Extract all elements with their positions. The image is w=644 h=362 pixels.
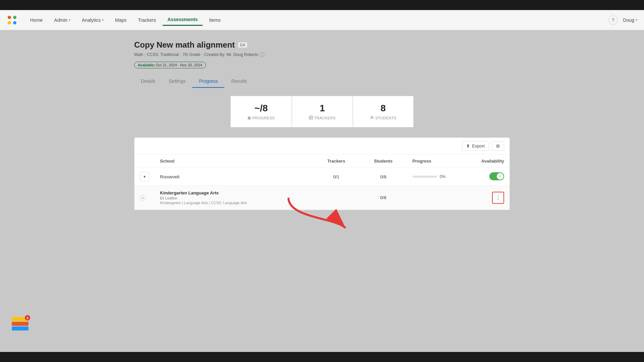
svg-point-1 [13,16,16,19]
nav-item-admin[interactable]: Admin ▾ [49,15,75,25]
stat-label-progress: ▦ PROGRESS [248,116,275,120]
export-button[interactable]: ⬆ Export [462,141,489,151]
table-row: ▾ Roosevelt 0/1 0/8 0% [135,168,509,186]
availability-toggle[interactable]: ✓ [489,172,504,180]
three-dots-menu-button[interactable]: ⋮ [492,192,504,204]
col-expand [135,155,155,168]
svg-rect-11 [12,322,29,326]
top-bar [0,0,644,10]
availability-dates: Oct 21, 2024 - Nov 20, 2024 [156,63,202,67]
tab-settings[interactable]: Settings [162,75,193,88]
expand-cell: ▾ [135,168,155,186]
stat-card-progress: ~/8 ▦ PROGRESS [230,96,292,127]
user-name: Doug [623,17,634,23]
table-container: ⬆ Export ⊞ School Trackers Students Prog… [134,137,510,210]
col-progress: Progress [407,155,455,168]
nav-items: Home Admin ▾ Analytics ▾ Maps Trackers A… [25,14,608,26]
nav-logo[interactable] [7,15,19,25]
table-toolbar: ⬆ Export ⊞ [135,138,509,155]
sub-row-details: Kindergarten | Language Arts | CCSS: Lan… [160,201,308,205]
school-cell: Roosevelt [155,168,313,186]
view-toggle-button[interactable]: ⊞ [492,141,504,151]
bottom-bar [0,352,644,362]
tab-results[interactable]: Results [224,75,254,88]
toggle-knob: ✓ [497,173,503,180]
sub-progress-cell [407,186,455,210]
col-availability: Availability [455,155,509,168]
nav-item-analytics[interactable]: Analytics ▾ [77,15,108,25]
tab-progress[interactable]: Progress [192,75,224,88]
sub-row-info: Kindergarten Language Arts Eli Leafton K… [160,190,308,205]
nav-right: ? Doug ▾ [608,15,637,25]
trackers-cell: 0/1 [313,168,359,186]
grid-icon: ⊞ [496,143,500,148]
sub-trackers-cell [313,186,359,210]
title-badge: EA [238,42,247,48]
stat-label-trackers: TRACKERS [309,116,336,120]
progress-cell: 0% [407,168,455,186]
page-meta: Math | CCSS: Traditional | 7th Grade | C… [134,52,510,57]
svg-text:8: 8 [26,316,28,320]
stack-icon: 8 [10,315,30,335]
sub-info-cell: Kindergarten Language Arts Eli Leafton K… [155,186,313,210]
nav-item-items[interactable]: Items [205,15,225,25]
tracker-icon: ⊙ [140,195,146,201]
progress-percentage: 0% [440,174,450,179]
page-title: Copy New math alignment EA [134,40,510,50]
main-content: Copy New math alignment EA Math | CCSS: … [0,30,644,362]
tab-details[interactable]: Details [134,75,162,88]
col-school: School [155,155,313,168]
meta-grade: 7th Grade [182,52,200,57]
stat-value-students: 8 [370,103,396,114]
svg-point-9 [372,116,373,118]
svg-point-8 [371,116,372,118]
col-students: Students [360,155,407,168]
logo-icon [7,15,17,25]
nav-item-trackers[interactable]: Trackers [133,15,161,25]
nav-item-maps[interactable]: Maps [110,15,131,25]
nav-item-home[interactable]: Home [25,15,47,25]
availability-badge: Available: Oct 21, 2024 - Nov 20, 2024 [134,62,206,68]
sub-row-teacher: Eli Leafton [160,196,308,200]
bottom-left-widget[interactable]: 8 [10,315,30,335]
sub-row-title: Kindergarten Language Arts [160,190,308,195]
nav-item-assessments[interactable]: Assessments [163,14,202,26]
user-menu[interactable]: Doug ▾ [623,17,637,23]
progress-table: School Trackers Students Progress Availa… [135,155,509,210]
sub-students-cell: 0/8 [360,186,407,210]
students-stat-icon [370,116,374,120]
progress-bar-background [413,176,437,178]
stat-value-trackers: 1 [309,103,336,114]
svg-point-0 [8,16,11,19]
tabs-container: Details Settings Progress Results [134,75,510,88]
export-icon: ⬆ [466,143,470,148]
students-cell: 0/8 [360,168,407,186]
stat-card-students: 8 STUDENTS [353,96,414,127]
meta-subject: Math [134,52,143,57]
stats-row: ~/8 ▦ PROGRESS 1 TRACKERS 8 STUDENTS [134,96,510,127]
navbar: Home Admin ▾ Analytics ▾ Maps Trackers A… [0,10,644,30]
help-button[interactable]: ? [608,15,618,25]
table-header: School Trackers Students Progress Availa… [135,155,509,168]
meta-standard: CCSS: Traditional [147,52,179,57]
sub-table-row: ⊙ Kindergarten Language Arts Eli Leafton… [135,186,509,210]
table-body: ▾ Roosevelt 0/1 0/8 0% [135,168,509,210]
availability-cell: ✓ [455,168,509,186]
stat-card-trackers: 1 TRACKERS [292,96,353,127]
admin-chevron: ▾ [69,18,70,22]
svg-point-2 [8,21,11,24]
trackers-stat-icon [309,116,313,120]
sub-expand-cell: ⊙ [135,186,155,210]
sub-availability-cell: ⋮ [455,186,509,210]
chevron-down-icon: ▾ [144,174,146,179]
progress-stat-icon: ▦ [248,116,251,120]
info-icon[interactable]: i [260,52,264,57]
expand-button[interactable]: ▾ [140,172,149,181]
meta-created-by: Created By: Mr. Doug Roberts [204,52,258,57]
three-dots-icon: ⋮ [495,194,501,201]
col-trackers: Trackers [313,155,359,168]
svg-rect-12 [12,326,29,330]
svg-point-3 [13,21,16,24]
stat-value-progress: ~/8 [248,103,275,114]
user-chevron: ▾ [636,18,637,22]
